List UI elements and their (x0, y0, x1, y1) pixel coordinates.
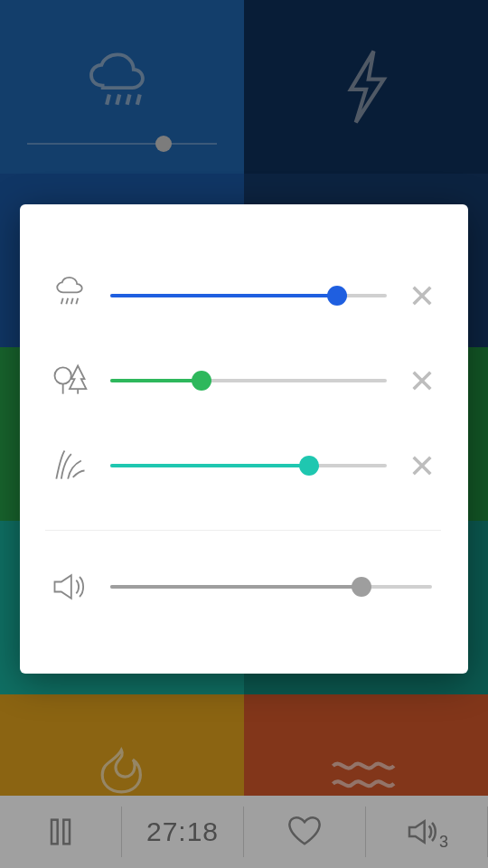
trees-icon (45, 361, 94, 401)
remove-forest-button[interactable] (403, 368, 441, 393)
reeds-icon (45, 446, 94, 486)
mixer-row-wind (45, 423, 441, 508)
remove-rain-button[interactable] (403, 283, 441, 308)
svg-rect-20 (63, 820, 70, 844)
slider-forest[interactable] (110, 370, 387, 392)
slider-rain[interactable] (110, 285, 387, 307)
svg-line-7 (66, 298, 68, 304)
timer-text: 27:18 (146, 816, 219, 847)
speaker-icon (405, 814, 441, 850)
player-bar: 27:18 3 (0, 796, 488, 868)
remove-wind-button[interactable] (403, 453, 441, 478)
mixer-row-forest (45, 338, 441, 423)
mixer-row-master (45, 567, 441, 607)
favorite-button[interactable] (244, 807, 366, 857)
mixer-panel (20, 204, 468, 674)
svg-line-8 (71, 298, 73, 304)
svg-line-6 (61, 298, 63, 304)
slider-master[interactable] (110, 576, 432, 598)
speaker-icon (45, 567, 94, 607)
svg-rect-19 (52, 820, 58, 844)
svg-point-12 (55, 367, 71, 383)
rain-icon (45, 276, 94, 316)
slider-wind[interactable] (110, 455, 387, 476)
mixer-divider (45, 530, 441, 531)
timer-display[interactable]: 27:18 (122, 807, 244, 857)
svg-line-9 (76, 298, 78, 304)
active-count: 3 (439, 833, 448, 852)
pause-button[interactable] (0, 807, 122, 857)
active-sounds-button[interactable]: 3 (366, 807, 488, 857)
pause-icon (42, 814, 79, 850)
heart-icon (286, 814, 323, 850)
mixer-row-rain (45, 253, 441, 338)
